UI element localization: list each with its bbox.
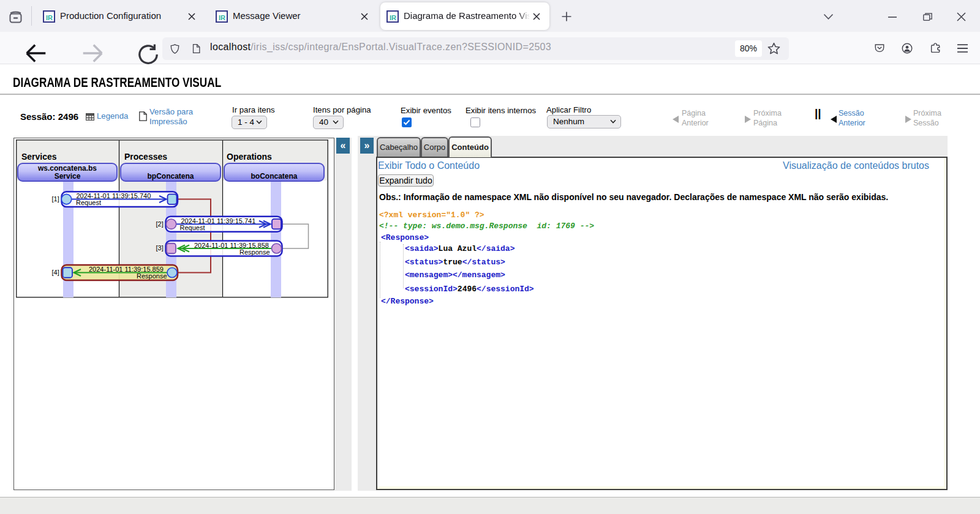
svg-text:[3]: [3] xyxy=(156,244,164,251)
svg-text:Processes: Processes xyxy=(124,152,167,162)
svg-text:[4]: [4] xyxy=(52,269,59,276)
svg-text:Response: Response xyxy=(137,272,167,280)
svg-text:Service: Service xyxy=(55,172,81,181)
svg-text:Request: Request xyxy=(180,224,205,231)
svg-text:ws.concatena.bs: ws.concatena.bs xyxy=(37,164,97,173)
svg-text:bpConcatena: bpConcatena xyxy=(147,172,194,181)
svg-text:Request: Request xyxy=(76,199,101,206)
svg-text:Response: Response xyxy=(239,248,270,256)
svg-text:[1]: [1] xyxy=(52,195,59,203)
svg-text:Operations: Operations xyxy=(227,152,272,162)
svg-text:[2]: [2] xyxy=(156,220,164,228)
svg-text:Services: Services xyxy=(21,152,57,162)
svg-text:boConcatena: boConcatena xyxy=(251,172,297,181)
